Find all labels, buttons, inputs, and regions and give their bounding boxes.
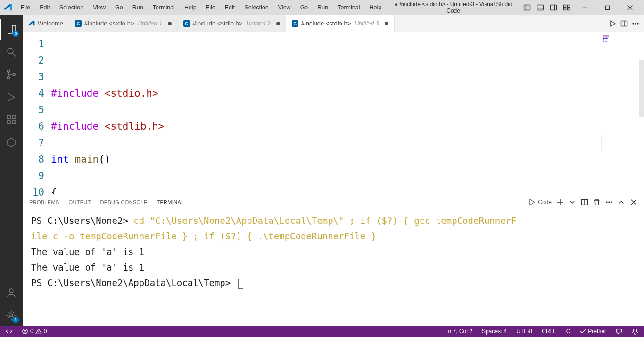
- tab-sublabel: Untitled-2: [246, 20, 270, 27]
- maximize-panel-icon[interactable]: [618, 198, 625, 206]
- svg-rect-22: [12, 115, 16, 119]
- status-bar: 0 0 Ln 7, Col 2 Spaces: 4 UTF-8 CRLF C P…: [0, 326, 644, 337]
- activity-run-debug[interactable]: [0, 87, 23, 107]
- line-gutter: 12345678910: [23, 32, 51, 194]
- code-line[interactable]: [51, 102, 602, 118]
- svg-point-35: [609, 202, 610, 203]
- svg-point-17: [8, 77, 10, 79]
- editor-tab[interactable]: C#include <stdio.h>Untitled-3: [286, 15, 395, 32]
- more-panel-icon[interactable]: [605, 198, 613, 206]
- menu-view[interactable]: View: [274, 2, 295, 13]
- title-bar: FileEditSelectionViewGoRunTerminalHelpFi…: [0, 0, 644, 15]
- minimize-button[interactable]: [574, 0, 595, 15]
- code-editor[interactable]: 12345678910 #include <stdio.h> #include …: [23, 32, 644, 194]
- menu-view[interactable]: View: [89, 2, 109, 13]
- terminal-line: The value of 'a' is 1: [31, 260, 636, 275]
- svg-rect-21: [12, 121, 16, 124]
- code-line[interactable]: #include <stdio.h>: [51, 85, 602, 102]
- svg-rect-20: [7, 121, 10, 124]
- editor-tab[interactable]: Welcome: [23, 15, 69, 32]
- code-line[interactable]: #include <stdlib.h>: [51, 118, 602, 135]
- activity-extra[interactable]: [0, 132, 23, 153]
- panel-tab-debug-console[interactable]: DEBUG CONSOLE: [100, 197, 148, 208]
- terminal-line: The value of 'a' is 1: [31, 244, 636, 260]
- split-editor-icon[interactable]: [620, 20, 628, 27]
- layout-bottom-icon[interactable]: [537, 4, 544, 11]
- svg-rect-9: [568, 8, 570, 10]
- menu-file[interactable]: File: [17, 2, 34, 13]
- remote-indicator[interactable]: [4, 328, 14, 335]
- indentation[interactable]: Spaces: 4: [480, 328, 509, 335]
- svg-point-28: [635, 23, 636, 24]
- close-panel-icon[interactable]: [630, 198, 637, 206]
- terminal-dropdown-icon[interactable]: [569, 198, 576, 206]
- prettier-status[interactable]: Prettier: [578, 328, 608, 335]
- activity-explorer[interactable]: 3: [0, 19, 23, 40]
- menu-help[interactable]: Help: [181, 2, 200, 13]
- svg-rect-2: [537, 5, 544, 10]
- svg-point-24: [10, 314, 13, 317]
- dirty-indicator-icon: [276, 22, 280, 25]
- terminal-line: PS C:\Users\None2\AppData\Local\Temp>: [31, 275, 636, 291]
- menu-help[interactable]: Help: [366, 2, 386, 13]
- code-line[interactable]: [51, 135, 602, 151]
- kill-terminal-icon[interactable]: [593, 198, 601, 206]
- eol[interactable]: CRLF: [540, 328, 558, 335]
- feedback-icon[interactable]: [614, 328, 624, 335]
- panel-tab-output[interactable]: OUTPUT: [69, 197, 91, 208]
- panel-tab-terminal[interactable]: TERMINAL: [157, 197, 184, 208]
- more-icon[interactable]: [632, 20, 639, 27]
- layout-right-icon[interactable]: [550, 4, 557, 11]
- editor-tab[interactable]: C#include <stdio.h>Untitled-1: [69, 15, 178, 32]
- code-content[interactable]: #include <stdio.h> #include <stdlib.h> i…: [51, 32, 602, 194]
- layout-left-icon[interactable]: [523, 4, 531, 11]
- menu-terminal[interactable]: Terminal: [149, 2, 179, 13]
- tab-label: #include <stdio.h>: [193, 20, 243, 27]
- svg-point-23: [9, 289, 13, 293]
- svg-line-15: [13, 53, 16, 56]
- svg-point-16: [8, 70, 10, 73]
- svg-rect-6: [564, 5, 566, 8]
- terminal-line: ile.c -o tempCodeRunnerFile } ; if ($?) …: [31, 229, 636, 244]
- menu-file[interactable]: File: [202, 2, 219, 13]
- menu-run[interactable]: Run: [314, 2, 332, 13]
- menu-selection[interactable]: Selection: [56, 2, 87, 13]
- terminal-profile-selector[interactable]: Code: [528, 198, 552, 206]
- menu-edit[interactable]: Edit: [36, 2, 54, 13]
- maximize-button[interactable]: [597, 0, 618, 15]
- layout-grid-icon[interactable]: [563, 4, 570, 11]
- terminal-output[interactable]: PS C:\Users\None2> cd "C:\Users\None2\Ap…: [23, 210, 644, 326]
- menu-go[interactable]: Go: [111, 2, 127, 13]
- problems-indicator[interactable]: 0 0: [20, 328, 49, 335]
- svg-rect-8: [564, 8, 566, 10]
- activity-bar: 3 1: [0, 15, 23, 326]
- activity-account[interactable]: [0, 282, 23, 303]
- activity-settings[interactable]: 1: [0, 305, 23, 326]
- tab-sublabel: Untitled-3: [355, 20, 379, 27]
- new-terminal-icon[interactable]: [556, 198, 564, 206]
- minimap[interactable]: ████ ████ ████ ████ ██ ████ █ ██ █ █: [602, 32, 644, 194]
- activity-extensions[interactable]: [0, 109, 23, 130]
- menu-selection[interactable]: Selection: [240, 2, 272, 13]
- activity-search[interactable]: [0, 41, 23, 62]
- editor-tab[interactable]: C#include <stdio.h>Untitled-2: [178, 15, 286, 32]
- svg-rect-0: [524, 5, 530, 10]
- notifications-icon[interactable]: [630, 328, 640, 335]
- explorer-badge: 3: [12, 31, 19, 37]
- activity-scm[interactable]: [0, 64, 23, 85]
- menu-edit[interactable]: Edit: [221, 2, 239, 13]
- code-line[interactable]: {: [51, 184, 602, 194]
- code-line[interactable]: int main(): [51, 151, 602, 168]
- split-terminal-icon[interactable]: [581, 198, 588, 206]
- dirty-indicator-icon: [168, 22, 172, 25]
- code-line[interactable]: [51, 168, 602, 184]
- language-mode[interactable]: C: [564, 328, 572, 335]
- menu-go[interactable]: Go: [297, 2, 312, 13]
- close-button[interactable]: [619, 0, 640, 15]
- menu-terminal[interactable]: Terminal: [334, 2, 363, 13]
- encoding[interactable]: UTF-8: [514, 328, 534, 335]
- cursor-position[interactable]: Ln 7, Col 2: [443, 328, 474, 335]
- run-icon[interactable]: [609, 20, 617, 27]
- menu-run[interactable]: Run: [129, 2, 147, 13]
- svg-point-18: [13, 74, 16, 76]
